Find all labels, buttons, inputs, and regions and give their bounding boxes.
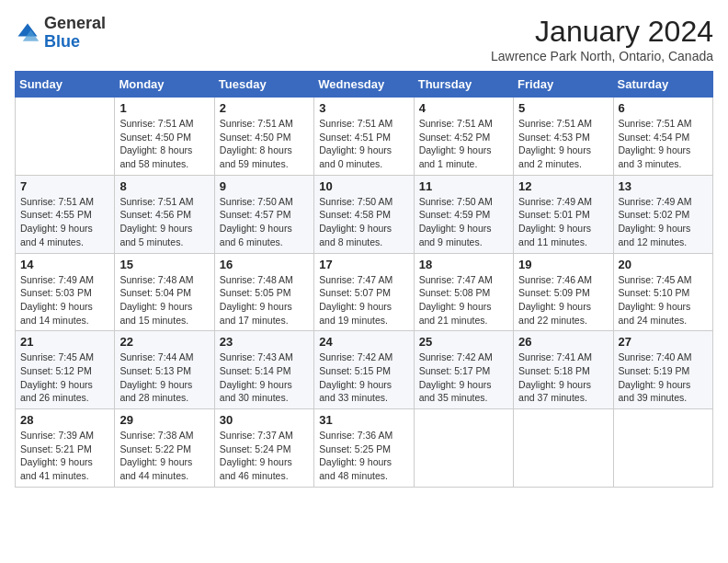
weekday-header-sunday: Sunday: [16, 72, 115, 98]
cell-content: Sunrise: 7:50 AMSunset: 4:57 PMDaylight:…: [220, 195, 309, 249]
logo-icon: [15, 20, 40, 46]
cell-content: Sunrise: 7:47 AMSunset: 5:07 PMDaylight:…: [319, 273, 408, 327]
weekday-header-monday: Monday: [115, 72, 214, 98]
cell-content: Sunrise: 7:51 AMSunset: 4:52 PMDaylight:…: [419, 117, 508, 171]
cell-content: Sunrise: 7:49 AMSunset: 5:03 PMDaylight:…: [20, 273, 109, 327]
day-number: 19: [518, 258, 608, 271]
day-number: 27: [619, 335, 708, 349]
day-number: 12: [518, 179, 608, 193]
weekday-header-wednesday: Wednesday: [314, 72, 414, 98]
calendar-cell: 1Sunrise: 7:51 AMSunset: 4:50 PMDaylight…: [115, 98, 214, 176]
calendar-cell: 31Sunrise: 7:36 AMSunset: 5:25 PMDayligh…: [314, 409, 414, 488]
cell-content: Sunrise: 7:43 AMSunset: 5:14 PMDaylight:…: [220, 350, 309, 405]
day-number: 23: [220, 335, 309, 349]
calendar-week-row: 7Sunrise: 7:51 AMSunset: 4:55 PMDaylight…: [16, 175, 713, 253]
cell-content: Sunrise: 7:42 AMSunset: 5:17 PMDaylight:…: [419, 350, 508, 405]
cell-content: Sunrise: 7:40 AMSunset: 5:19 PMDaylight:…: [619, 350, 708, 405]
calendar-cell: 8Sunrise: 7:51 AMSunset: 4:56 PMDaylight…: [115, 175, 214, 253]
day-number: 6: [619, 101, 708, 115]
day-number: 31: [319, 413, 408, 427]
calendar-cell: [16, 98, 115, 176]
calendar-cell: 21Sunrise: 7:45 AMSunset: 5:12 PMDayligh…: [16, 331, 115, 409]
calendar-cell: 4Sunrise: 7:51 AMSunset: 4:52 PMDaylight…: [414, 98, 513, 176]
calendar-cell: 22Sunrise: 7:44 AMSunset: 5:13 PMDayligh…: [115, 331, 214, 409]
calendar-cell: 18Sunrise: 7:47 AMSunset: 5:08 PMDayligh…: [414, 253, 513, 331]
calendar-cell: 3Sunrise: 7:51 AMSunset: 4:51 PMDaylight…: [314, 98, 414, 176]
day-number: 25: [419, 335, 508, 349]
calendar-cell: 26Sunrise: 7:41 AMSunset: 5:18 PMDayligh…: [514, 331, 613, 409]
cell-content: Sunrise: 7:37 AMSunset: 5:24 PMDaylight:…: [220, 429, 309, 483]
day-number: 2: [220, 101, 309, 115]
day-number: 5: [518, 101, 608, 115]
cell-content: Sunrise: 7:39 AMSunset: 5:21 PMDaylight:…: [20, 429, 109, 483]
logo-blue-text: Blue: [44, 32, 80, 51]
day-number: 13: [619, 179, 708, 193]
calendar-cell: 28Sunrise: 7:39 AMSunset: 5:21 PMDayligh…: [16, 409, 115, 488]
calendar-week-row: 21Sunrise: 7:45 AMSunset: 5:12 PMDayligh…: [16, 331, 713, 409]
day-number: 14: [20, 258, 109, 271]
location-subtitle: Lawrence Park North, Ontario, Canada: [491, 49, 713, 63]
day-number: 3: [319, 101, 408, 115]
calendar-cell: 6Sunrise: 7:51 AMSunset: 4:54 PMDaylight…: [613, 98, 712, 176]
calendar-cell: 15Sunrise: 7:48 AMSunset: 5:04 PMDayligh…: [115, 253, 214, 331]
calendar-cell: 29Sunrise: 7:38 AMSunset: 5:22 PMDayligh…: [115, 409, 214, 488]
title-block: January 2024 Lawrence Park North, Ontari…: [491, 15, 713, 63]
day-number: 17: [319, 258, 408, 271]
day-number: 30: [220, 413, 309, 427]
calendar-cell: 23Sunrise: 7:43 AMSunset: 5:14 PMDayligh…: [214, 331, 313, 409]
day-number: 9: [220, 179, 309, 193]
day-number: 16: [220, 258, 309, 271]
day-number: 28: [20, 413, 109, 427]
calendar-cell: 20Sunrise: 7:45 AMSunset: 5:10 PMDayligh…: [613, 253, 712, 331]
weekday-header-tuesday: Tuesday: [214, 72, 313, 98]
cell-content: Sunrise: 7:49 AMSunset: 5:01 PMDaylight:…: [518, 195, 608, 249]
calendar-cell: 10Sunrise: 7:50 AMSunset: 4:58 PMDayligh…: [314, 175, 414, 253]
calendar-cell: 5Sunrise: 7:51 AMSunset: 4:53 PMDaylight…: [514, 98, 613, 176]
weekday-header-friday: Friday: [514, 72, 613, 98]
month-title: January 2024: [491, 15, 713, 49]
calendar-cell: 13Sunrise: 7:49 AMSunset: 5:02 PMDayligh…: [613, 175, 712, 253]
calendar-cell: 11Sunrise: 7:50 AMSunset: 4:59 PMDayligh…: [414, 175, 513, 253]
calendar-cell: 25Sunrise: 7:42 AMSunset: 5:17 PMDayligh…: [414, 331, 513, 409]
cell-content: Sunrise: 7:51 AMSunset: 4:50 PMDaylight:…: [119, 117, 209, 171]
cell-content: Sunrise: 7:51 AMSunset: 4:51 PMDaylight:…: [319, 117, 408, 171]
calendar-cell: [613, 409, 712, 488]
cell-content: Sunrise: 7:51 AMSunset: 4:56 PMDaylight:…: [119, 195, 209, 249]
calendar-cell: 7Sunrise: 7:51 AMSunset: 4:55 PMDaylight…: [16, 175, 115, 253]
day-number: 24: [319, 335, 408, 349]
cell-content: Sunrise: 7:42 AMSunset: 5:15 PMDaylight:…: [319, 350, 408, 405]
cell-content: Sunrise: 7:46 AMSunset: 5:09 PMDaylight:…: [518, 273, 608, 327]
logo: General Blue: [15, 15, 106, 52]
calendar-cell: 16Sunrise: 7:48 AMSunset: 5:05 PMDayligh…: [214, 253, 313, 331]
cell-content: Sunrise: 7:50 AMSunset: 4:58 PMDaylight:…: [319, 195, 408, 249]
cell-content: Sunrise: 7:51 AMSunset: 4:55 PMDaylight:…: [20, 195, 109, 249]
weekday-header-thursday: Thursday: [414, 72, 513, 98]
cell-content: Sunrise: 7:41 AMSunset: 5:18 PMDaylight:…: [518, 350, 608, 405]
cell-content: Sunrise: 7:38 AMSunset: 5:22 PMDaylight:…: [119, 429, 209, 483]
day-number: 8: [119, 179, 209, 193]
cell-content: Sunrise: 7:48 AMSunset: 5:04 PMDaylight:…: [119, 273, 209, 327]
calendar-cell: [514, 409, 613, 488]
day-number: 29: [119, 413, 209, 427]
page-header: General Blue January 2024 Lawrence Park …: [15, 15, 713, 63]
day-number: 10: [319, 179, 408, 193]
cell-content: Sunrise: 7:51 AMSunset: 4:54 PMDaylight:…: [619, 117, 708, 171]
calendar-cell: 14Sunrise: 7:49 AMSunset: 5:03 PMDayligh…: [16, 253, 115, 331]
calendar-cell: 9Sunrise: 7:50 AMSunset: 4:57 PMDaylight…: [214, 175, 313, 253]
day-number: 15: [119, 258, 209, 271]
cell-content: Sunrise: 7:45 AMSunset: 5:10 PMDaylight:…: [619, 273, 708, 327]
day-number: 11: [419, 179, 508, 193]
cell-content: Sunrise: 7:50 AMSunset: 4:59 PMDaylight:…: [419, 195, 508, 249]
logo-general-text: General: [44, 14, 106, 32]
day-number: 18: [419, 258, 508, 271]
calendar-cell: 24Sunrise: 7:42 AMSunset: 5:15 PMDayligh…: [314, 331, 414, 409]
calendar-cell: 19Sunrise: 7:46 AMSunset: 5:09 PMDayligh…: [514, 253, 613, 331]
calendar-week-row: 14Sunrise: 7:49 AMSunset: 5:03 PMDayligh…: [16, 253, 713, 331]
day-number: 21: [20, 335, 109, 349]
cell-content: Sunrise: 7:47 AMSunset: 5:08 PMDaylight:…: [419, 273, 508, 327]
day-number: 26: [518, 335, 608, 349]
calendar-cell: 12Sunrise: 7:49 AMSunset: 5:01 PMDayligh…: [514, 175, 613, 253]
calendar-cell: 30Sunrise: 7:37 AMSunset: 5:24 PMDayligh…: [214, 409, 313, 488]
calendar-cell: 2Sunrise: 7:51 AMSunset: 4:50 PMDaylight…: [214, 98, 313, 176]
cell-content: Sunrise: 7:45 AMSunset: 5:12 PMDaylight:…: [20, 350, 109, 405]
